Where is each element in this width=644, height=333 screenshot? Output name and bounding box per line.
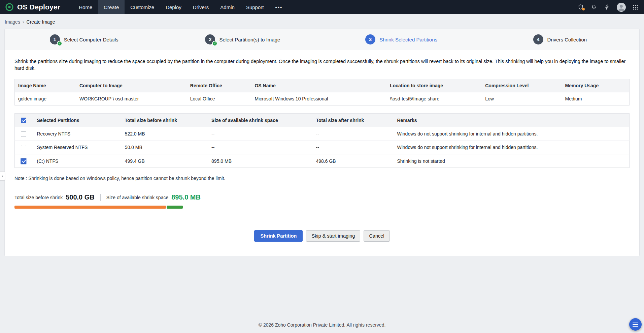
breadcrumb-separator: › [23, 19, 24, 25]
partitions-header-row: Selected Partitions Total size before sh… [15, 114, 630, 127]
cell-before: 50.0 MB [122, 141, 208, 154]
wizard-step-2[interactable]: 2 Select Partition(s) to Image [163, 34, 322, 44]
cell-after: -- [312, 141, 394, 154]
wizard-stepper: 1 Select Computer Details 2 Select Parti… [5, 29, 639, 50]
col-compression: Compression Level [482, 79, 562, 92]
image-info-table: Image Name Computer to Image Remote Offi… [14, 79, 630, 105]
system-reserved-checkbox[interactable] [21, 145, 26, 150]
step-2-circle: 2 [205, 34, 215, 44]
zoho-corporation-link[interactable]: Zoho Corporation Private Limited. [275, 322, 345, 328]
image-info-header-row: Image Name Computer to Image Remote Offi… [15, 79, 630, 92]
step-3-circle: 3 [365, 34, 375, 44]
col-before-shrink: Total size before shrink [122, 114, 208, 127]
col-location: Location to store image [386, 79, 482, 92]
cell-available: -- [208, 141, 312, 154]
col-image-name: Image Name [15, 79, 76, 92]
nav-admin[interactable]: Admin [214, 0, 240, 14]
shrink-size-bar [14, 206, 183, 209]
step-1-label: Select Computer Details [64, 37, 118, 42]
wizard-step-3: 3 Shrink Selected Partitions [322, 34, 481, 44]
cell-compression: Low [482, 92, 562, 105]
total-before-label: Total size before shrink [14, 195, 63, 200]
col-remote-office: Remote Office [187, 79, 251, 92]
recovery-checkbox[interactable] [21, 131, 26, 137]
app-title: OS Deployer [17, 3, 60, 11]
skip-start-imaging-button[interactable]: Skip & start imaging [306, 230, 360, 242]
brand[interactable]: OS Deployer [0, 0, 64, 14]
cell-before: 499.4 GB [122, 154, 208, 168]
shrink-description: Shrink the partitions size during imagin… [5, 50, 639, 79]
used-size-segment [14, 206, 166, 209]
cell-remarks: Shrinking is not started [394, 154, 630, 168]
image-info-row: golden image WORKGROUP \ osd-master Loca… [15, 92, 630, 105]
cell-available: -- [208, 127, 312, 141]
app-logo-icon [5, 2, 14, 12]
col-computer-to-image: Computer to Image [76, 79, 187, 92]
size-summary: Total size before shrink 500.0 GB Size o… [14, 193, 630, 201]
partition-row-c-ntfs: (C:) NTFS 499.4 GB 895.0 MB 498.6 GB Shr… [15, 154, 630, 168]
main-nav: Home Create Customize Deploy Drivers Adm… [73, 0, 288, 14]
user-avatar[interactable] [617, 3, 626, 12]
col-os-name: OS Name [251, 79, 386, 92]
topbar-actions [577, 0, 644, 14]
shrink-size-segment [167, 206, 183, 209]
col-selected-partitions: Selected Partitions [34, 114, 122, 127]
license-alert-dot [582, 7, 585, 11]
nav-home[interactable]: Home [73, 0, 98, 14]
step-2-complete-check-icon [212, 41, 217, 46]
cell-os-name: Microsoft Windows 10 Professional [251, 92, 386, 105]
page: OS Deployer Home Create Customize Deploy… [0, 0, 644, 333]
total-before-value: 500.0 GB [66, 193, 95, 201]
apps-grid-icon[interactable] [632, 4, 639, 10]
quick-actions-lightning-icon[interactable] [604, 4, 610, 10]
col-shrink-space: Size of available shrink space [208, 114, 312, 127]
shrink-space-value: 895.0 MB [171, 193, 201, 201]
nav-more-icon[interactable]: ••• [269, 0, 288, 14]
wizard-step-1[interactable]: 1 Select Computer Details [5, 34, 163, 44]
step-3-label: Shrink Selected Partitions [379, 37, 437, 42]
c-drive-checkbox[interactable] [21, 158, 26, 164]
cell-available: 895.0 MB [208, 154, 312, 168]
cell-partition-name: (C:) NTFS [34, 154, 122, 168]
partition-row-system-reserved: System Reserved NTFS 50.0 MB -- -- Windo… [15, 141, 630, 154]
breadcrumb: Images › Create Image [0, 14, 644, 29]
menu-fab-button[interactable] [629, 318, 642, 331]
wizard-step-4: 4 Drivers Collection [481, 34, 639, 44]
shrink-note: Note : Shrinking is done based on Window… [14, 176, 630, 181]
nav-support[interactable]: Support [240, 0, 270, 14]
breadcrumb-current: Create Image [27, 19, 55, 25]
create-image-card: 1 Select Computer Details 2 Select Parti… [4, 29, 640, 256]
copyright-suffix: All rights reserved. [346, 322, 385, 328]
license-icon[interactable] [577, 4, 584, 10]
cell-remarks: Windows do not support shrinking for int… [394, 127, 630, 141]
notifications-bell-icon[interactable] [590, 4, 597, 10]
hamburger-icon [633, 323, 638, 323]
select-all-checkbox[interactable] [21, 118, 26, 123]
partition-row-recovery: Recovery NTFS 522.0 MB -- -- Windows do … [15, 127, 630, 141]
breadcrumb-images-link[interactable]: Images [5, 19, 20, 25]
step-4-circle: 4 [533, 34, 543, 44]
shrink-space-label: Size of available shrink space [106, 195, 168, 200]
nav-create[interactable]: Create [98, 0, 125, 14]
cell-before: 522.0 MB [122, 127, 208, 141]
nav-deploy[interactable]: Deploy [160, 0, 187, 14]
shrink-partition-button[interactable]: Shrink Partition [254, 230, 303, 242]
nav-drivers[interactable]: Drivers [187, 0, 215, 14]
cell-partition-name: System Reserved NTFS [34, 141, 122, 154]
cell-remarks: Windows do not support shrinking for int… [394, 141, 630, 154]
footer: © 2026 Zoho Corporation Private Limited.… [0, 316, 644, 333]
cancel-button[interactable]: Cancel [364, 230, 389, 242]
cell-after: 498.6 GB [312, 154, 394, 168]
cell-partition-name: Recovery NTFS [34, 127, 122, 141]
cell-computer-to-image: WORKGROUP \ osd-master [76, 92, 187, 105]
nav-customize[interactable]: Customize [125, 0, 160, 14]
partitions-table: Selected Partitions Total size before sh… [14, 113, 630, 168]
col-after-shrink: Total size after shrink [312, 114, 394, 127]
sidebar-expand-chevron-icon[interactable]: › [0, 171, 5, 181]
cell-remote-office: Local Office [187, 92, 251, 105]
step-1-complete-check-icon [57, 41, 62, 46]
cell-location: \\osd-test5\Image share [386, 92, 482, 105]
topbar: OS Deployer Home Create Customize Deploy… [0, 0, 644, 14]
copyright-prefix: © 2026 [259, 322, 274, 328]
step-2-label: Select Partition(s) to Image [219, 37, 280, 42]
